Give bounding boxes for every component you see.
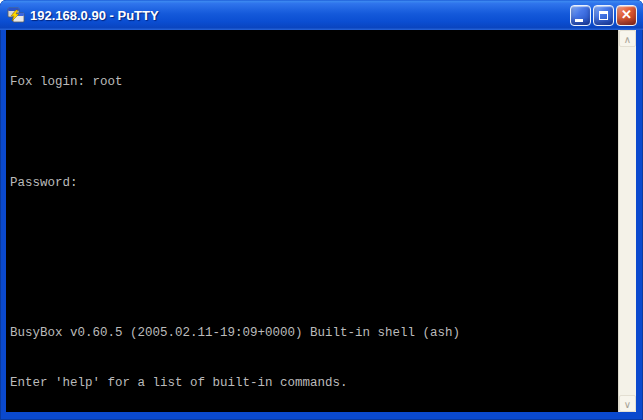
scroll-down-button[interactable]: ∨ xyxy=(619,395,636,412)
blank-line xyxy=(10,125,618,142)
putty-icon xyxy=(7,7,25,23)
title-bar[interactable]: 192.168.0.90 - PuTTY ✕ xyxy=(0,0,643,30)
close-button[interactable]: ✕ xyxy=(616,5,637,26)
blank-line xyxy=(10,225,618,242)
window-title: 192.168.0.90 - PuTTY xyxy=(30,8,570,23)
busybox-banner: BusyBox v0.60.5 (2005.02.11-19:09+0000) … xyxy=(10,325,618,342)
maximize-icon xyxy=(599,11,608,20)
maximize-button[interactable] xyxy=(593,5,614,26)
scroll-up-button[interactable]: ∧ xyxy=(619,30,636,47)
terminal-screen[interactable]: Fox login: root Password: BusyBox v0.60.… xyxy=(6,30,618,412)
login-line: Fox login: root xyxy=(10,74,618,91)
scrollbar-track[interactable] xyxy=(619,47,636,395)
terminal-scrollbar[interactable]: ∧ ∨ xyxy=(618,30,636,412)
blank-line xyxy=(10,275,618,292)
window-controls: ✕ xyxy=(570,5,637,26)
minimize-button[interactable] xyxy=(570,5,591,26)
help-hint-line: Enter 'help' for a list of built-in comm… xyxy=(10,375,618,392)
putty-window: 192.168.0.90 - PuTTY ✕ Fox login: root P… xyxy=(0,0,643,420)
minimize-icon xyxy=(575,19,583,22)
password-line: Password: xyxy=(10,175,618,192)
close-icon: ✕ xyxy=(621,8,632,21)
